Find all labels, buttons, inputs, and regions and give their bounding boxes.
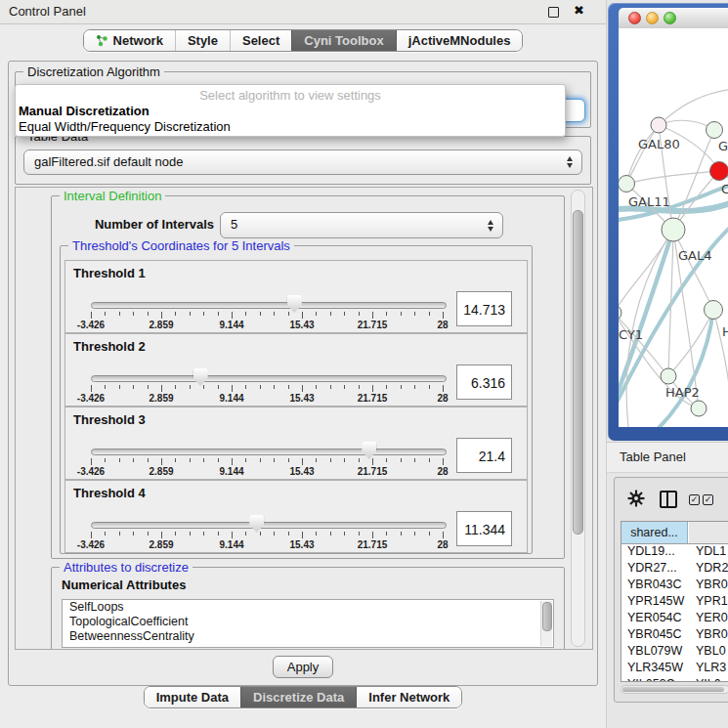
threshold-label: Threshold 4	[73, 486, 146, 500]
network-node-c[interactable]	[710, 162, 728, 181]
dropdown-placeholder-item[interactable]: Select algorithm to view settings	[16, 85, 565, 104]
list-item[interactable]: SelfLoops	[63, 600, 553, 615]
top-tab-bar: NetworkStyleSelectCyni ToolboxjActiveMNo…	[83, 29, 524, 52]
cell-shared-name[interactable]: YBR045C	[627, 626, 682, 643]
threshold-slider-thumb[interactable]	[249, 515, 264, 533]
table-row[interactable]: YBR045CYBR0	[621, 626, 728, 643]
cell-name[interactable]: YIL0	[696, 676, 721, 682]
numerical-attributes-list[interactable]: SelfLoops TopologicalCoefficient Between…	[62, 599, 554, 648]
table-row[interactable]: YBL079WYBL0	[621, 643, 728, 660]
discretization-algorithm-group-title: Discretization Algorithm	[23, 64, 164, 79]
node-label: C	[721, 182, 728, 196]
threshold-slider-track[interactable]	[91, 449, 447, 455]
number-of-intervals-combobox[interactable]: 5	[220, 212, 503, 238]
cell-shared-name[interactable]: YLR345W	[627, 660, 683, 676]
threshold-value-field[interactable]: 14.713	[456, 291, 512, 326]
network-node-ga[interactable]	[707, 122, 723, 139]
cell-name[interactable]: YBL0	[696, 643, 726, 660]
settings-scroll-panel: Interval Definition Number of Intervals …	[15, 187, 593, 650]
cell-shared-name[interactable]: YBL079W	[627, 643, 682, 660]
table-data-combobox[interactable]: galFiltered.sif default node	[23, 150, 582, 175]
settings-scrollbar[interactable]	[571, 190, 585, 647]
slider-tick-marks	[91, 458, 445, 466]
cell-name[interactable]: YDR2	[696, 560, 728, 577]
threshold-value-field[interactable]: 21.4	[456, 438, 512, 473]
cell-name[interactable]: YER0	[696, 610, 728, 626]
table-panel-title: Table Panel	[620, 450, 686, 464]
network-node-gcy1[interactable]	[619, 305, 621, 321]
threshold-slider-track[interactable]	[91, 522, 447, 529]
table-row[interactable]: YER054CYER0	[621, 610, 728, 626]
columns-icon[interactable]	[660, 491, 677, 508]
tab-select[interactable]: Select	[230, 30, 291, 51]
checkbox-icon[interactable]: ✓	[703, 494, 713, 505]
apply-button[interactable]: Apply	[273, 656, 334, 678]
list-item[interactable]: BetweennessCentrality	[63, 629, 553, 644]
network-node-h[interactable]	[705, 301, 723, 320]
thresholds-group-title: Threshold's Coordinates for 5 Intervals	[68, 238, 294, 253]
column-header-name[interactable]: na	[689, 522, 728, 543]
dropdown-option-manual-discretization[interactable]: Manual Discretization	[16, 104, 565, 119]
threshold-slider-thumb[interactable]	[362, 442, 376, 459]
threshold-slider-track[interactable]	[91, 302, 447, 309]
network-node[interactable]	[691, 401, 707, 416]
table-row[interactable]: YLR345WYLR3	[621, 660, 728, 676]
network-canvas[interactable]: GAL80GACGAL11GAL4GCY1HHAP2	[619, 28, 728, 427]
tab-discretize-data[interactable]: Discretize Data	[240, 687, 356, 707]
threshold-slider-thumb[interactable]	[287, 295, 302, 313]
combobox-stepper-icon	[488, 220, 493, 232]
cell-shared-name[interactable]: YER054C	[627, 610, 682, 626]
tab-impute-data[interactable]: Impute Data	[145, 687, 240, 707]
settings-scrollbar-thumb[interactable]	[573, 210, 583, 535]
network-node-gal11[interactable]	[619, 176, 635, 193]
tab-cyni-toolbox[interactable]: Cyni Toolbox	[291, 30, 395, 51]
node-table: shared... na YDL19...YDL1YDR27...YDR2YBR…	[621, 521, 728, 682]
window-close-traffic-light-icon[interactable]	[628, 12, 641, 24]
gear-icon[interactable]	[627, 490, 645, 507]
table-row[interactable]: YPR145WYPR1	[621, 593, 728, 610]
network-node-gal80[interactable]	[651, 117, 666, 133]
table-data-group: Table Data galFiltered.sif default node	[15, 136, 591, 185]
tab-jactivemnodules[interactable]: jActiveMNodules	[396, 30, 523, 51]
list-item[interactable]: TopologicalCoefficient	[63, 615, 553, 629]
cell-name[interactable]: YBR0	[696, 577, 728, 593]
network-node-gal4[interactable]	[662, 218, 685, 241]
control-panel: Control Panel ✖ NetworkStyleSelectCyni T…	[0, 0, 607, 728]
tab-style[interactable]: Style	[175, 30, 230, 51]
threshold-slider-track[interactable]	[91, 375, 447, 382]
tab-network[interactable]: Network	[84, 30, 175, 51]
tab-infer-network[interactable]: Infer Network	[356, 687, 461, 707]
column-header-shared-name[interactable]: shared...	[621, 522, 688, 543]
threshold-slider-thumb[interactable]	[193, 368, 208, 386]
dropdown-option-equal-width-frequency[interactable]: Equal Width/Frequency Discretization	[16, 119, 565, 135]
table-horizontal-scrollbar[interactable]	[621, 685, 728, 694]
cell-name[interactable]: YDL1	[696, 543, 726, 560]
cell-shared-name[interactable]: YIL053C	[627, 676, 675, 682]
window-zoom-traffic-light-icon[interactable]	[664, 12, 676, 24]
table-row[interactable]: YDL19...YDL1	[621, 543, 728, 560]
cyni-toolbox-panel: Discretization Algorithm Select algorith…	[8, 61, 598, 686]
table-horizontal-scrollbar-thumb[interactable]	[622, 687, 724, 692]
table-row[interactable]: YIL053CYIL0	[621, 676, 728, 682]
list-scrollbar[interactable]	[540, 601, 552, 646]
cell-shared-name[interactable]: YPR145W	[627, 593, 684, 610]
cell-shared-name[interactable]: YBR043C	[627, 577, 682, 593]
interval-definition-group: Interval Definition Number of Intervals …	[51, 195, 565, 559]
close-icon[interactable]: ✖	[574, 3, 584, 18]
network-node-hap2[interactable]	[661, 368, 676, 384]
table-row[interactable]: YDR27...YDR2	[621, 560, 728, 577]
node-label: H	[722, 324, 728, 339]
cell-shared-name[interactable]: YDL19...	[627, 543, 675, 560]
cell-name[interactable]: YPR1	[696, 593, 728, 610]
window-minimize-traffic-light-icon[interactable]	[646, 12, 659, 24]
combobox-stepper-icon	[567, 156, 573, 168]
threshold-value-field[interactable]: 11.344	[456, 511, 512, 546]
list-scrollbar-thumb[interactable]	[542, 602, 552, 631]
cell-shared-name[interactable]: YDR27...	[627, 560, 677, 577]
table-row[interactable]: YBR043CYBR0	[621, 577, 728, 593]
cell-name[interactable]: YBR0	[696, 626, 728, 643]
checkbox-icon[interactable]: ✓	[689, 494, 700, 505]
threshold-value-field[interactable]: 6.316	[456, 364, 512, 400]
cell-name[interactable]: YLR3	[696, 660, 726, 676]
float-window-icon[interactable]	[548, 7, 559, 18]
